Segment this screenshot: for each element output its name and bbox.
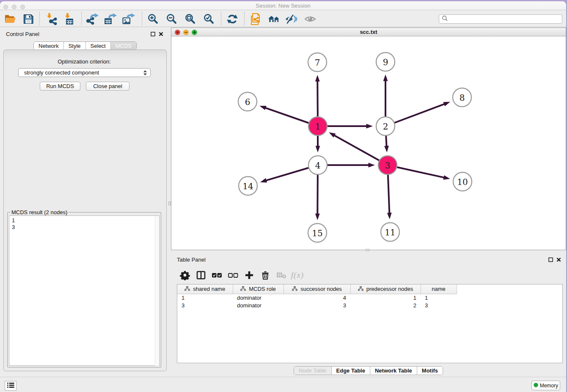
cell-1-successor-nodes[interactable]: 3 [284, 301, 350, 309]
criterion-selected-value: strongly connected component [24, 69, 99, 76]
tab-network[interactable]: Network [34, 42, 63, 50]
cell-0-successor-nodes[interactable]: 4 [284, 294, 350, 301]
tab-mcds[interactable]: MCDS [110, 42, 136, 50]
app-window: Session: New Session [0, 1, 566, 392]
edge-arrow-1-6 [259, 106, 266, 110]
deselect-all-rows-icon[interactable] [225, 269, 241, 282]
show-graphics-details-icon[interactable] [303, 12, 317, 26]
criterion-select[interactable]: strongly connected component [18, 68, 151, 77]
table-header-row: shared name MCDS role successor nodes pr… [177, 284, 457, 294]
mcds-result-values: 1 3 [12, 217, 15, 230]
table-panel-float-button[interactable] [548, 257, 553, 263]
column-header-MCDS-role[interactable]: MCDS role [233, 284, 284, 294]
cell-1-predecessor-nodes[interactable]: 2 [350, 301, 421, 309]
column-header-successor-nodes[interactable]: successor nodes [284, 284, 350, 294]
result-scrollbar[interactable] [155, 216, 159, 366]
add-column-icon[interactable] [241, 269, 257, 282]
svg-text:10: 10 [457, 177, 468, 187]
svg-text:15: 15 [312, 228, 322, 238]
tab-motifs[interactable]: Motifs [417, 367, 443, 375]
cell-0-predecessor-nodes[interactable]: 1 [350, 294, 421, 301]
shared-column-icon [184, 286, 190, 292]
tab-network-table[interactable]: Network Table [370, 367, 417, 375]
table-row[interactable]: 1dominator411 [177, 294, 457, 301]
control-panel-title: Control Panel [6, 31, 39, 37]
node-4[interactable]: 4 [308, 156, 327, 174]
cell-1-shared-name[interactable]: 3 [177, 301, 233, 309]
node-7[interactable]: 7 [308, 53, 327, 72]
tab-node-table[interactable]: Node Table [294, 367, 331, 375]
main-toolbar [0, 10, 566, 27]
memory-button[interactable]: Memory [531, 381, 560, 390]
node-2[interactable]: 2 [376, 117, 395, 135]
cell-0-name[interactable]: 1 [421, 294, 457, 301]
frame-close-button[interactable] [175, 30, 180, 35]
tab-select[interactable]: Select [85, 42, 110, 50]
network-canvas[interactable]: 1234678910111415 [171, 37, 566, 250]
column-header-predecessor-nodes[interactable]: predecessor nodes [350, 284, 421, 294]
cell-1-name[interactable]: 3 [421, 301, 457, 309]
svg-text:2: 2 [383, 121, 388, 132]
run-mcds-button[interactable]: Run MCDS [40, 82, 80, 91]
show-columns-icon[interactable] [193, 269, 209, 282]
task-history-button[interactable] [5, 381, 17, 391]
edge-arrow-1-4 [316, 146, 320, 153]
mcds-result-textarea[interactable]: 1 3 [9, 215, 160, 366]
node-14[interactable]: 14 [239, 177, 257, 195]
node-11[interactable]: 11 [381, 223, 399, 241]
cell-0-MCDS-role[interactable]: dominator [233, 294, 284, 301]
svg-text:4: 4 [315, 160, 321, 171]
apply-layout-icon[interactable] [226, 12, 239, 26]
save-session-icon[interactable] [22, 12, 35, 26]
node-1[interactable]: 1 [308, 117, 327, 135]
select-all-rows-icon[interactable] [209, 269, 225, 282]
network-from-selection-icon[interactable] [249, 12, 263, 26]
open-session-icon[interactable] [3, 12, 17, 26]
frame-maximize-button[interactable] [192, 30, 197, 35]
hide-graphics-details-icon[interactable] [285, 12, 298, 26]
close-panel-button[interactable]: Close panel [86, 82, 129, 91]
svg-text:7: 7 [315, 58, 320, 68]
control-panel: Control Panel NetworkStyleSelectMCDS Opt… [0, 27, 168, 377]
search-input[interactable] [439, 14, 562, 24]
network-window-title: scc.txt [171, 28, 566, 36]
export-table-icon[interactable] [104, 12, 117, 26]
node-8[interactable]: 8 [453, 88, 471, 107]
vertical-split-grip[interactable] [168, 202, 171, 205]
node-table: shared name MCDS role successor nodes pr… [177, 284, 563, 363]
zoom-fit-icon[interactable] [184, 12, 197, 26]
node-3[interactable]: 3 [378, 156, 397, 174]
control-panel-float-button[interactable] [151, 31, 155, 38]
control-panel-close-button[interactable] [159, 31, 163, 38]
shared-column-icon [240, 286, 246, 292]
network-window-titlebar[interactable]: scc.txt [171, 28, 566, 36]
cell-1-MCDS-role[interactable]: dominator [233, 301, 284, 309]
node-10[interactable]: 10 [453, 172, 472, 191]
import-table-icon[interactable] [63, 12, 77, 26]
column-header-shared-name[interactable]: shared name [177, 284, 233, 294]
table-row[interactable]: 3dominator323 [177, 301, 457, 309]
svg-text:1: 1 [315, 121, 321, 132]
cell-0-shared-name[interactable]: 1 [177, 294, 233, 301]
node-15[interactable]: 15 [308, 224, 327, 242]
import-network-icon[interactable] [45, 12, 58, 26]
delete-table-icon [273, 269, 289, 282]
tab-style[interactable]: Style [63, 42, 85, 50]
zoom-selected-icon[interactable] [202, 12, 216, 26]
svg-text:14: 14 [242, 181, 253, 191]
zoom-out-icon[interactable] [165, 12, 179, 26]
node-6[interactable]: 6 [238, 92, 257, 111]
table-panel-close-button[interactable] [556, 257, 561, 263]
node-9[interactable]: 9 [376, 52, 395, 71]
zoom-in-icon[interactable] [146, 12, 160, 26]
table-settings-icon[interactable] [177, 269, 193, 282]
frame-minimize-button[interactable] [183, 30, 189, 35]
first-neighbors-icon[interactable] [267, 12, 281, 26]
horizontal-split-grip[interactable] [366, 249, 369, 251]
tab-edge-table[interactable]: Edge Table [331, 367, 370, 375]
export-image-icon[interactable] [122, 12, 135, 26]
export-network-icon[interactable] [85, 12, 99, 26]
column-header-name[interactable]: name [421, 284, 457, 294]
mcds-result-title: MCDS result (2 nodes) [10, 209, 69, 215]
delete-column-icon[interactable] [257, 269, 273, 282]
